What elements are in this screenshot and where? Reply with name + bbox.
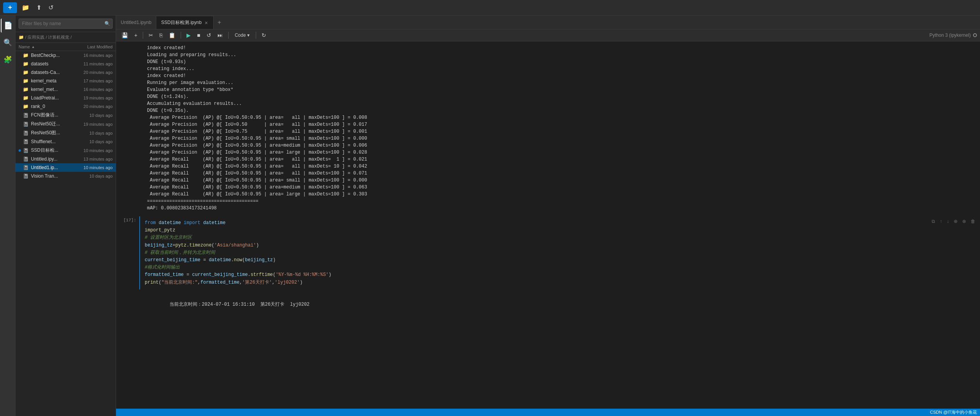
file-item[interactable]: 📁kernel_meta17 minutes ago [15,77,116,85]
output-line: Average Recall (AR) @[ IoU=0.50:0.95 | a… [147,191,957,198]
file-item[interactable]: 📁datasets11 minutes ago [15,60,116,68]
new-button[interactable]: + [3,2,17,13]
file-item[interactable]: 📁BestCheckp...16 minutes ago [15,51,116,60]
output-line: Average Recall (AR) @[ IoU=0.50:0.95 | a… [147,177,957,184]
delete-cell-button[interactable]: 🗑 [969,218,977,225]
paste-button[interactable]: 📋 [166,31,178,39]
cell-17-code[interactable]: from datetime import datetimeimport_pytz… [140,216,980,289]
status-bar: CSDN @IT海中的小鱼花 [116,409,980,416]
output-line: Evaluate annotation type *bbox* [147,86,957,93]
search-sidebar-icon[interactable]: 🔍 [1,36,15,50]
cell-17-container: [17]: ⧉ ↑ ↓ ⊕ ⊗ 🗑 from datetime import d… [116,215,980,291]
file-list-header[interactable]: Name ▲ Last Modified [15,43,116,51]
file-item[interactable]: 📓Vision Tran...10 days ago [15,172,116,180]
code-line: # 设置时区为北京时区 [145,234,975,241]
copy-button[interactable]: ⎘ [157,31,165,39]
file-name: BestCheckp... [31,53,76,58]
save-button[interactable]: 💾 [119,31,130,39]
file-item[interactable]: 📓FCN图像语...10 days ago [15,111,116,120]
kernel-status: Python 3 (ipykernel) [929,33,977,38]
file-item[interactable]: 📁kernel_met...16 minutes ago [15,85,116,94]
file-list: 📁BestCheckp...16 minutes ago📁datasets11 … [15,51,116,416]
code-line: print("当前北京时间:",formatted_time,'第26天打卡',… [145,279,975,286]
file-name: Untitled.ipy... [31,156,76,162]
notebook-toolbar: 💾 + ✂ ⎘ 📋 ▶ ■ ↺ ⏭ Code ▾ ↻ Python 3 (ipy… [116,29,980,41]
cell-17-content[interactable]: ⧉ ↑ ↓ ⊕ ⊗ 🗑 from datetime import datetim… [139,216,980,289]
folder-icon: 📁 [22,95,29,101]
add-tab-button[interactable]: + [214,16,225,29]
notebook-icon: 📓 [22,147,29,154]
file-name: FCN图像语... [31,112,76,118]
file-modified: 19 minutes ago [76,122,113,127]
file-item[interactable]: 📁LoadPretrai...19 minutes ago [15,94,116,102]
fast-forward-button[interactable]: ⏭ [215,31,225,39]
file-modified: 16 minutes ago [76,53,113,58]
file-name: Vision Tran... [31,173,76,179]
file-name: kernel_met... [31,87,76,92]
modified-column-header[interactable]: Last Modified [74,45,113,49]
move-down-button[interactable]: ↓ [945,218,951,225]
restart-button[interactable]: ↺ [204,31,214,39]
output-line: index created! [147,72,957,79]
output-line: DONE (t=0.93s) [147,58,957,65]
output-line: Loading and preparing results... [147,51,957,58]
name-column-header[interactable]: Name ▲ [19,45,74,49]
notebook-icon: 📓 [22,173,29,179]
tab-1[interactable]: Untitled1.ipynb [116,16,156,29]
output-line: creating index... [147,65,957,72]
file-item[interactable]: 📓Shufflenet...10 days ago [15,137,116,146]
cell-17-number: [17]: [116,215,139,291]
content-area: Untitled1.ipynbSSD目标检测.ipynb×+ 💾 + ✂ ⎘ 📋… [116,15,980,416]
sidebar: 🔍 📁 / 应用实践 / 计算机视觉 / Name ▲ Last Modifie… [15,15,116,416]
tab-2[interactable]: SSD目标检测.ipynb× [156,16,214,29]
files-icon[interactable]: 📄 [1,19,15,33]
file-name: Shufflenet... [31,139,76,144]
open-folder-button[interactable]: 📁 [19,2,32,13]
merge-button[interactable]: ⊕ [952,218,959,225]
stop-button[interactable]: ■ [195,31,202,39]
move-up-button[interactable]: ↑ [938,218,944,225]
folder-icon: 📁 [22,103,29,110]
file-item[interactable]: 📓Untitled.ipy...13 minutes ago [15,155,116,163]
file-item[interactable]: 📓SSD目标检...10 minutes ago [15,146,116,155]
kernel-type-dropdown[interactable]: Code ▾ [232,31,253,39]
left-icon-bar: 📄 🔍 🧩 [0,15,15,416]
copy-cell-button[interactable]: ⧉ [930,218,937,225]
notebook-content[interactable]: index created!Loading and preparing resu… [116,41,980,409]
file-name: SSD目标检... [31,147,76,154]
status-right: CSDN @IT海中的小鱼花 [930,409,977,415]
file-name: datasets [31,61,76,67]
file-item[interactable]: 📓Untitled1.ip...10 minutes ago [15,163,116,172]
split-button[interactable]: ⊗ [961,218,968,225]
notebook-icon: 📓 [22,156,29,162]
refresh-kernel-button[interactable]: ↻ [259,31,269,39]
file-modified: 20 minutes ago [76,70,113,75]
search-container: 🔍 [15,15,116,32]
run-button[interactable]: ▶ [184,31,193,39]
search-input[interactable] [19,19,113,29]
output-line: Average Precision (AP) @[ IoU=0.50:0.95 … [147,149,957,156]
output-line: Average Precision (AP) @[ IoU=0.75 | are… [147,128,957,135]
file-item[interactable]: 📓ResNet50迁...19 minutes ago [15,120,116,128]
code-line: beijing_tz=pytz.timezone('Asia/shanghai'… [145,242,975,249]
output-line: Accumulating evaluation results... [147,100,957,107]
output-line: Average Recall (AR) @[ IoU=0.50:0.95 | a… [147,156,957,163]
refresh-button[interactable]: ↺ [46,2,56,13]
kernel-status-icon [973,33,977,37]
file-item[interactable]: 📁datasets-Ca...20 minutes ago [15,68,116,77]
extensions-icon[interactable]: 🧩 [1,53,15,67]
output-line: mAP: 0.008023834173241498 [147,205,957,212]
file-item[interactable]: 📓ResNet50图...10 days ago [15,128,116,137]
cut-button[interactable]: ✂ [146,31,156,39]
add-cell-button[interactable]: + [132,31,140,39]
upload-button[interactable]: ⬆ [34,2,44,13]
code-line: formatted_time = current_beijing_time.st… [145,271,975,279]
folder-icon: 📁 [22,52,29,58]
file-name: ResNet50迁... [31,121,76,127]
file-modified: 13 minutes ago [76,157,113,161]
file-name: Untitled1.ip... [31,165,76,170]
file-modified: 20 minutes ago [76,104,113,109]
output-line: DONE (t=0.35s). [147,107,957,114]
tab-close-button[interactable]: × [204,20,209,26]
file-item[interactable]: 📁rank_020 minutes ago [15,102,116,111]
